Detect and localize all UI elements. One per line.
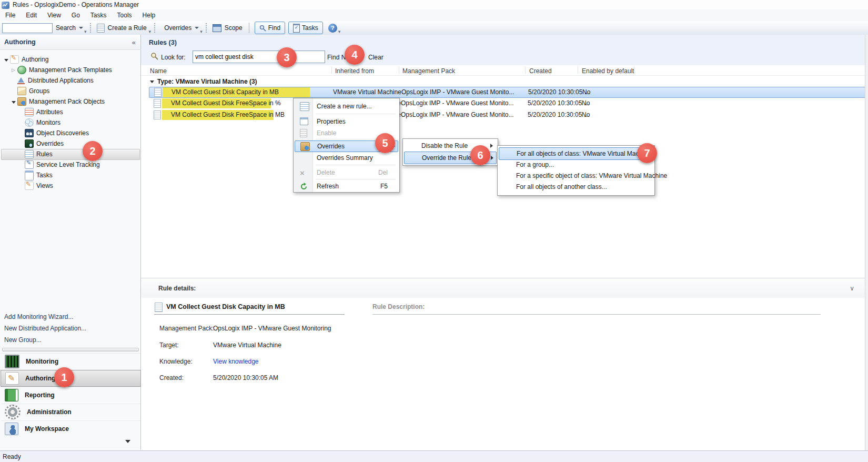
overflow-chevron-icon[interactable]: ▾ [149, 29, 152, 34]
look-for-input[interactable] [193, 51, 325, 63]
tasks-icon: ✓ [293, 24, 300, 33]
sidebar-item-monitors[interactable]: Monitors [24, 118, 160, 127]
sidebar-item-mp-objects[interactable]: Management Pack Objects [11, 97, 147, 106]
toolbar-grip [154, 23, 159, 33]
list-group-header[interactable]: Type: VMware Virtual Machine (3) [150, 78, 257, 85]
sidebar-header: Authoring « [0, 35, 140, 50]
sidebar-item-mp-templates[interactable]: ▷ Management Pack Templates [11, 65, 147, 75]
nav-reporting[interactable]: Reporting [1, 387, 140, 403]
workspace-splitter-handle[interactable] [2, 348, 139, 351]
submenu-item-for-a-group[interactable]: For a group... [499, 159, 652, 170]
menu-item-overrides-summary[interactable]: Overrides Summary [295, 152, 397, 164]
annotation-badge-5: 5 [375, 133, 395, 153]
nav-administration[interactable]: Administration [1, 404, 140, 420]
annotation-badge-6: 6 [470, 145, 490, 165]
column-header-enabled[interactable]: Enabled by default [582, 67, 634, 75]
sidebar-item-distributed-applications[interactable]: Distributed Applications [16, 76, 153, 85]
delete-x-icon: × [300, 169, 308, 177]
detail-rule-title: VM Collect Guest Disk Capacity in MB [166, 303, 285, 310]
menu-file[interactable]: File [0, 11, 21, 20]
collapse-details-icon[interactable]: ∨ [850, 285, 854, 292]
look-for-icon [150, 52, 159, 61]
new-group-link[interactable]: New Group... [4, 336, 42, 344]
table-row[interactable]: VM Collect Guest Disk FreeSpace in MB VM… [149, 110, 866, 120]
nav-overflow-chevron-icon[interactable] [125, 440, 130, 443]
create-rule-icon [300, 102, 309, 111]
toolbar-search-input[interactable] [2, 23, 53, 33]
nav-my-workspace[interactable]: My Workspace [1, 420, 140, 437]
column-header-management-pack[interactable]: Management Pack [402, 67, 455, 75]
toolbar-grip [90, 23, 95, 33]
cell-enabled: No [582, 111, 590, 118]
rule-icon [154, 88, 162, 97]
overflow-chevron-icon[interactable]: ▾ [84, 29, 87, 34]
operations-manager-window: Rules - OpslogixDemo - Operations Manage… [0, 0, 868, 462]
monitors-icon [25, 118, 34, 127]
search-icon [259, 25, 266, 32]
vertical-scrollbar[interactable] [865, 35, 868, 450]
sidebar-item-views[interactable]: Views [24, 181, 160, 190]
sidebar-item-object-discoveries[interactable]: Object Discoveries [24, 128, 160, 138]
menu-edit[interactable]: Edit [21, 11, 42, 20]
menu-tasks[interactable]: Tasks [85, 11, 112, 20]
annotation-badge-7: 7 [637, 143, 657, 163]
submenu-item-specific-object[interactable]: For a specific object of class: VMware V… [499, 170, 652, 182]
table-row[interactable]: VM Collect Guest Disk FreeSpace in % VMw… [149, 98, 866, 108]
clear-button[interactable]: Clear [368, 54, 383, 61]
pane-title: Rules (3) [149, 39, 177, 46]
search-dropdown[interactable]: Search [56, 24, 76, 32]
column-header-inherited-from[interactable]: Inherited from [335, 67, 374, 75]
collapse-sidebar-icon[interactable]: « [132, 38, 136, 46]
overflow-chevron-icon[interactable]: ▾ [200, 29, 203, 34]
column-header-name[interactable]: Name [150, 67, 167, 75]
menu-view[interactable]: View [42, 11, 66, 20]
status-bar: Ready [0, 450, 868, 462]
scope-button[interactable]: Scope [225, 24, 243, 32]
cell-management-pack: OpsLogix IMP - VMware Guest Monito... [401, 88, 514, 96]
object-discoveries-icon [25, 129, 34, 137]
field-label: Target: [159, 342, 179, 349]
create-rule-button[interactable]: Create a Rule [108, 24, 147, 32]
expander-icon[interactable] [11, 98, 16, 105]
sidebar-item-service-level-tracking[interactable]: Service Level Tracking [24, 160, 160, 169]
sidebar-item-tasks[interactable]: Tasks [24, 170, 160, 180]
menu-item-refresh[interactable]: Refresh F5 [295, 180, 397, 192]
monitoring-icon [5, 355, 19, 368]
menu-item-properties[interactable]: Properties [295, 116, 397, 127]
group-expander-icon[interactable] [150, 81, 154, 83]
new-distributed-application-link[interactable]: New Distributed Application... [4, 325, 86, 332]
sidebar-item-authoring-root[interactable]: Authoring [3, 55, 140, 64]
menu-item-delete[interactable]: × Delete Del [295, 167, 397, 178]
menu-help[interactable]: Help [137, 11, 161, 20]
column-header-created[interactable]: Created [529, 67, 552, 75]
override-scope-submenu: For all objects of class: VMware Virtual… [497, 145, 655, 196]
overrides-menu-icon [300, 142, 310, 151]
create-rule-icon [97, 24, 105, 33]
rules-icon [25, 150, 34, 158]
find-button[interactable]: Find [255, 22, 285, 34]
help-button[interactable]: ? [328, 24, 337, 33]
rule-details-header[interactable]: Rule details: ∨ [141, 278, 865, 299]
authoring-icon [10, 55, 19, 64]
submenu-item-all-objects-of-class[interactable]: For all objects of class: VMware Virtual… [499, 147, 653, 160]
overflow-chevron-icon[interactable]: ▾ [338, 29, 341, 34]
menu-item-create-new-rule[interactable]: Create a new rule... [295, 101, 397, 112]
annotation-badge-2: 2 [83, 141, 103, 161]
sidebar-item-groups[interactable]: Groups [16, 86, 153, 96]
sidebar-item-attributes[interactable]: Attributes [24, 107, 160, 117]
submenu-item-another-class[interactable]: For all objects of another class... [499, 181, 652, 193]
cell-inherited-from: VMware Virtual Machine [333, 88, 401, 96]
menu-go[interactable]: Go [66, 11, 85, 20]
expander-icon[interactable] [3, 56, 9, 63]
status-text: Ready [3, 453, 21, 460]
table-row[interactable]: VM Collect Guest Disk Capacity in MB VMw… [149, 87, 867, 98]
tasks-button[interactable]: ✓ Tasks [288, 22, 323, 34]
menu-tools[interactable]: Tools [112, 11, 137, 20]
overrides-dropdown[interactable]: Overrides [164, 24, 191, 32]
authoring-nav-icon [5, 372, 19, 385]
toolbar-separator [249, 23, 249, 33]
expander-icon[interactable]: ▷ [11, 67, 16, 73]
view-knowledge-link[interactable]: View knowledge [213, 358, 259, 365]
add-monitoring-wizard-link[interactable]: Add Monitoring Wizard... [4, 313, 73, 320]
nav-monitoring[interactable]: Monitoring [1, 353, 140, 369]
